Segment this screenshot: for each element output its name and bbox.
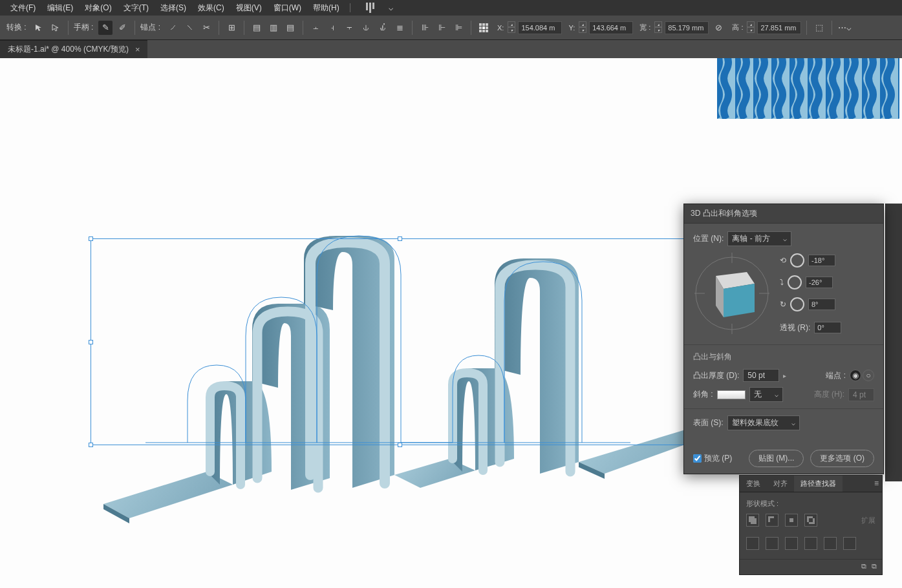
intersect-icon[interactable] (785, 514, 798, 527)
divide-icon[interactable] (746, 537, 759, 550)
menu-text[interactable]: 文字(T) (118, 1, 154, 15)
minus-back-icon[interactable] (843, 537, 856, 550)
position-select[interactable]: 离轴 - 前方 (727, 231, 791, 246)
direct-select-icon[interactable] (48, 21, 63, 35)
more-options-button[interactable]: 更多选项 (O) (810, 450, 874, 467)
shape-mode-label: 形状模式 : (746, 499, 875, 509)
preview-checkbox-input[interactable] (693, 454, 702, 463)
align-vcenter-icon[interactable]: ⫞ (325, 21, 339, 35)
selection-handle[interactable] (398, 236, 402, 241)
distribute-spacing-icon[interactable]: ≣ (392, 21, 407, 35)
h-input[interactable] (757, 21, 801, 34)
anchor-cut-icon[interactable]: ✂ (199, 21, 213, 35)
menu-window[interactable]: 窗口(W) (268, 1, 306, 15)
document-tab[interactable]: 未标题-1.ai* @ 400% (CMYK/预览) × (0, 40, 147, 58)
x-spinner[interactable]: ▴▾ (508, 21, 515, 34)
selection-handle[interactable] (89, 443, 93, 447)
menu-effect[interactable]: 效果(C) (193, 1, 230, 15)
selection-handle[interactable] (89, 236, 93, 241)
anchor-convert-icon[interactable]: ⟋ (166, 21, 180, 35)
workspace-switcher-icon[interactable]: ⌵ (361, 3, 380, 13)
map-art-button[interactable]: 贴图 (M)... (749, 450, 804, 467)
cap-on-icon[interactable]: ◉ (850, 370, 861, 381)
align-right-icon[interactable]: ▤ (283, 21, 297, 35)
rotate-z-input[interactable] (808, 299, 835, 310)
menu-object[interactable]: 对象(O) (80, 1, 116, 15)
crop-icon[interactable] (804, 537, 817, 550)
rotate-x-knob[interactable] (790, 253, 804, 268)
trim-icon[interactable] (766, 537, 779, 550)
cap-off-icon[interactable]: ○ (863, 370, 874, 381)
panel-menu-icon[interactable]: ≡ (874, 479, 879, 488)
y-spinner[interactable]: ▴▾ (579, 21, 586, 34)
merge-icon[interactable] (785, 537, 798, 550)
vert-align-2-icon[interactable]: ⊩ (435, 21, 449, 35)
collapsed-panel-dock[interactable] (885, 204, 902, 481)
w-input[interactable] (665, 21, 709, 34)
menu-view[interactable]: 视图(V) (231, 1, 267, 15)
exclude-icon[interactable] (804, 514, 817, 527)
control-toolbar: 转换 : 手柄 : ✎ ✐ 锚点 : ⟋ ⟍ ✂ ⊞ ▤ ▥ ▤ ⫠ ⫞ ⫟ ⫝… (0, 16, 902, 40)
cube-rotation-preview[interactable] (693, 251, 771, 335)
canvas[interactable]: 3D 凸出和斜角选项 位置 (N): 离轴 - 前方 (0, 58, 902, 588)
align-hcenter-icon[interactable]: ▥ (266, 21, 281, 35)
menu-edit[interactable]: 编辑(E) (42, 1, 78, 15)
rotate-y-knob[interactable] (788, 275, 802, 289)
wave-pattern-art (717, 58, 899, 119)
toolbar-separator (219, 21, 219, 35)
menu-file[interactable]: 文件(F) (5, 1, 41, 15)
vert-align-3-icon[interactable]: ⊫ (451, 21, 466, 35)
document-tab-title: 未标题-1.ai* @ 400% (CMYK/预览) (8, 44, 129, 55)
toolbar-separator (832, 21, 832, 35)
panel-icon-2[interactable]: ⧉ (872, 562, 877, 571)
rotate-x-input[interactable] (808, 255, 835, 266)
align-bottom-icon[interactable]: ⫟ (342, 21, 356, 35)
shape-tool-icon[interactable]: ⬚ (812, 21, 826, 35)
menu-separator (350, 3, 350, 12)
distribute-h-icon[interactable]: ⫝ (359, 21, 373, 35)
unite-icon[interactable] (746, 514, 759, 527)
tab-transform[interactable]: 变换 (740, 476, 767, 492)
panel-icon-1[interactable]: ⧉ (861, 562, 866, 571)
selection-handle[interactable] (398, 443, 402, 447)
close-icon[interactable]: × (135, 45, 140, 54)
anchor-smooth-icon[interactable]: ⟍ (182, 21, 197, 35)
w-spinner[interactable]: ▴▾ (654, 21, 662, 34)
menu-select[interactable]: 选择(S) (155, 1, 191, 15)
handle-option-1-icon[interactable]: ✎ (98, 21, 113, 35)
extrude-section-title: 凸出与斜角 (693, 352, 874, 362)
outline-icon[interactable] (824, 537, 837, 550)
toolbar-separator (68, 21, 69, 35)
reference-point-icon[interactable] (477, 21, 491, 35)
rotate-z-knob[interactable] (790, 297, 804, 311)
depth-input[interactable] (743, 369, 779, 382)
svg-rect-21 (789, 518, 793, 522)
rotate-y-input[interactable] (806, 277, 833, 288)
h-label: 高 : (732, 23, 743, 32)
more-options-icon[interactable]: ⋯⌵ (837, 21, 852, 35)
vert-align-1-icon[interactable]: ⊪ (418, 21, 432, 35)
distribute-v-icon[interactable]: ⫝̸ (376, 21, 390, 35)
handle-option-2-icon[interactable]: ✐ (115, 21, 129, 35)
minus-front-icon[interactable] (766, 514, 779, 527)
x-input[interactable] (518, 21, 562, 34)
menu-help[interactable]: 帮助(H) (308, 1, 345, 15)
preview-checkbox[interactable]: 预览 (P) (693, 453, 732, 464)
w-label: 宽 : (639, 23, 650, 32)
selection-bounding-box (91, 238, 708, 445)
surface-select[interactable]: 塑料效果底纹 (727, 415, 800, 430)
align-left-icon[interactable]: ▤ (250, 21, 264, 35)
depth-stepper-icon[interactable]: ▸ (783, 372, 786, 379)
artwork-3d-extrude[interactable] (91, 200, 672, 523)
selection-handle[interactable] (89, 340, 93, 344)
align-grid-icon[interactable]: ⊞ (224, 21, 239, 35)
selection-tool-icon[interactable] (32, 21, 46, 35)
tab-align[interactable]: 对齐 (767, 476, 794, 492)
bevel-select[interactable]: 无 (749, 387, 783, 402)
link-wh-icon[interactable]: ⊘ (711, 21, 725, 35)
perspective-input[interactable] (814, 322, 841, 333)
tab-pathfinder[interactable]: 路径查找器 (794, 476, 843, 492)
align-top-icon[interactable]: ⫠ (308, 21, 323, 35)
y-input[interactable] (589, 21, 633, 34)
h-spinner[interactable]: ▴▾ (747, 21, 755, 34)
